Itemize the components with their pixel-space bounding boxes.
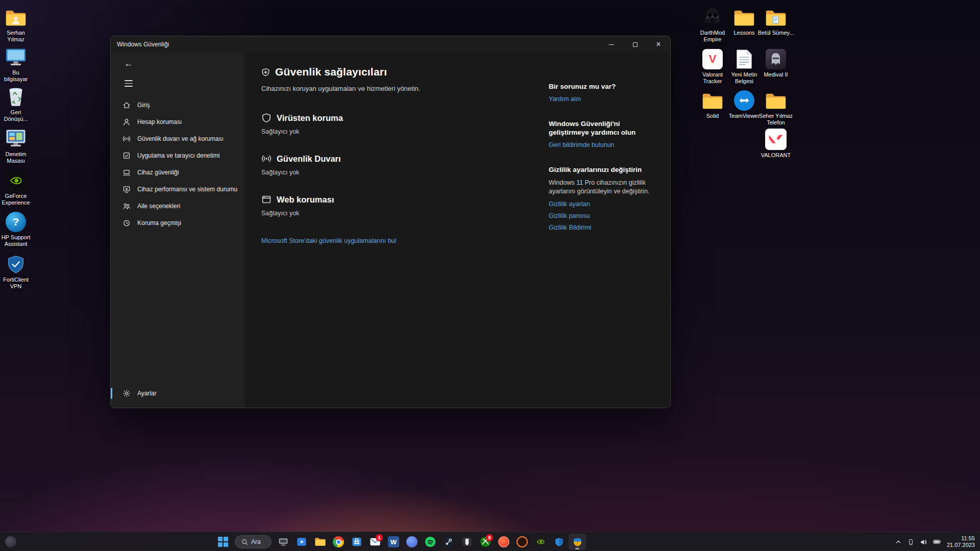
- taskbar-app-spotify[interactable]: [422, 534, 439, 550]
- tray-phone-button[interactable]: [908, 539, 914, 545]
- desktop-icon-recycle-bin[interactable]: Geri Dönüşü...: [0, 86, 32, 122]
- device-icon: [122, 168, 131, 177]
- taskbar-app-shield[interactable]: [550, 534, 568, 550]
- back-button[interactable]: ←: [122, 58, 135, 70]
- desktop-icon-geforce-experience[interactable]: GeForce Experience: [0, 169, 32, 206]
- person-icon: [122, 118, 131, 126]
- sidebar-item-performance[interactable]: Cihaz performansı ve sistem durumu: [111, 181, 244, 198]
- nvidia-icon: [535, 536, 546, 547]
- vpn-shield-icon: [7, 253, 25, 274]
- desktop-icon-label: Bu bilgisayar: [0, 69, 32, 83]
- back-arrow-icon: ←: [125, 59, 133, 69]
- tray-volume-button[interactable]: [920, 538, 927, 546]
- app-browser-icon: [122, 152, 131, 160]
- sidebar-item-firewall[interactable]: Güvenlik duvarı ve ağ koruması: [111, 131, 244, 147]
- question-title: Bir sorunuz mu var?: [549, 82, 659, 91]
- taskbar-app-windows-security[interactable]: [569, 534, 586, 550]
- desktop-icon-forticlient[interactable]: FortiClient VPN: [0, 253, 32, 290]
- desktop-icon-user-folder[interactable]: Serhan Yılmaz: [0, 6, 32, 43]
- taskbar-corner-icon[interactable]: [5, 536, 16, 547]
- sidebar-item-account-protection[interactable]: Hesap koruması: [111, 114, 244, 131]
- get-help-link[interactable]: Yardım alın: [549, 95, 581, 103]
- gear-icon: [122, 389, 131, 397]
- orange-app-icon: [498, 536, 509, 547]
- taskbar-app-orange-circle[interactable]: [495, 534, 512, 550]
- taskbar-clock[interactable]: 11:55 21.07.2023: [947, 535, 975, 548]
- file-explorer-icon: [314, 537, 326, 547]
- system-tray: 11:55 21.07.2023: [895, 532, 975, 551]
- red-v-glyph: V: [709, 53, 717, 66]
- section-firewall: Güvenlik Duvarı Sağlayıcı yok: [261, 154, 544, 176]
- desktop-icon-valorant[interactable]: VALORANT: [756, 129, 795, 159]
- tray-battery-button[interactable]: [933, 538, 941, 546]
- taskbar-app-explorer[interactable]: [311, 534, 329, 550]
- sidebar-item-device-security[interactable]: Cihaz güvenliği: [111, 164, 244, 181]
- tray-overflow-button[interactable]: [895, 538, 902, 545]
- page-subtitle: Cihazınızı koruyan uygulamaları ve hizme…: [261, 85, 544, 92]
- search-label: Ara: [251, 538, 261, 545]
- desktop-icon-seher-folder[interactable]: Seher Yılmaz Telefon: [756, 89, 795, 126]
- taskbar-app-steam[interactable]: [440, 534, 457, 550]
- desktop-icon-label: Denetim Masası: [0, 151, 32, 164]
- store-link[interactable]: Microsoft Store'daki güvenlik uygulamala…: [261, 237, 396, 244]
- taskbar-app-mail[interactable]: 1: [366, 534, 384, 550]
- minimize-icon: [609, 44, 614, 45]
- desktop-icon-label: HP Support Assistant: [0, 234, 32, 247]
- taskbar-app-blue-circle[interactable]: [403, 534, 421, 550]
- sidebar-item-settings[interactable]: Ayarlar: [111, 384, 244, 403]
- firewall-icon: [261, 154, 272, 164]
- firewall-icon: [122, 135, 131, 143]
- epic-games-icon: [461, 536, 473, 547]
- maximize-button[interactable]: [623, 36, 647, 53]
- security-providers-icon: [261, 68, 270, 77]
- privacy-settings-link[interactable]: Gizlilik ayarları: [549, 201, 590, 208]
- taskbar-search[interactable]: Ara: [235, 535, 272, 548]
- section-web-protection: Web koruması Sağlayıcı yok: [261, 194, 544, 217]
- clock-date: 21.07.2023: [947, 542, 975, 548]
- desktop-icon-this-pc[interactable]: Bu bilgisayar: [0, 46, 32, 83]
- spotify-icon: [425, 536, 436, 547]
- close-button[interactable]: ×: [647, 36, 670, 53]
- privacy-statement-link[interactable]: Gizlilik Bildirimi: [549, 224, 591, 231]
- computer-icon: [5, 46, 27, 67]
- taskbar-app-monitor[interactable]: [275, 534, 292, 550]
- monitor-app-icon: [278, 536, 289, 547]
- desktop-icon-control-panel[interactable]: Denetim Masası: [0, 128, 32, 164]
- desktop-icon-label: Lessons: [734, 30, 755, 36]
- main-panel: Güvenlik sağlayıcıları Cihazınızı koruya…: [244, 53, 670, 408]
- sidebar-item-home[interactable]: Giriş: [111, 97, 244, 114]
- start-button[interactable]: [214, 534, 232, 550]
- taskbar-app-amber-circle[interactable]: [513, 534, 531, 550]
- hp-support-icon: ?: [6, 211, 26, 232]
- knight-helmet-icon: [766, 48, 786, 69]
- desktop-icon-medieval2[interactable]: Medival II: [756, 48, 795, 78]
- recycle-bin-icon: [7, 86, 25, 107]
- taskbar-app-chrome[interactable]: [330, 534, 347, 550]
- desktop-icon-label: GeForce Experience: [0, 193, 32, 206]
- taskbar-app-media[interactable]: [293, 534, 310, 550]
- desktop-icon-betul-folder[interactable]: Betül Sümey...: [756, 6, 795, 36]
- teamviewer-icon: [734, 89, 754, 111]
- sidebar-item-app-browser[interactable]: Uygulama ve tarayıcı denetimi: [111, 147, 244, 164]
- taskbar-app-store[interactable]: [348, 534, 365, 550]
- minimize-button[interactable]: [600, 36, 623, 53]
- blue-app-icon: [406, 536, 418, 547]
- desktop-icon-label: Medival II: [764, 71, 788, 78]
- menu-button[interactable]: [125, 80, 133, 87]
- desktop-icon-label: Geri Dönüşü...: [0, 109, 32, 122]
- window-title: Windows Güvenliği: [111, 41, 169, 48]
- feedback-link[interactable]: Geri bildirimde bulunun: [549, 141, 615, 148]
- privacy-dashboard-link[interactable]: Gizlilik panosu: [549, 212, 590, 219]
- sidebar-item-protection-history[interactable]: Koruma geçmişi: [111, 215, 244, 232]
- amber-app-icon: [517, 536, 528, 547]
- desktop-icon-hp-support[interactable]: ? HP Support Assistant: [0, 211, 32, 247]
- home-icon: [122, 101, 131, 109]
- sidebar-item-family[interactable]: Aile seçenekleri: [111, 198, 244, 215]
- folder-icon: [701, 89, 724, 111]
- taskbar-app-epic[interactable]: [458, 534, 476, 550]
- taskbar-app-xbox[interactable]: 8: [477, 534, 494, 550]
- taskbar-app-word[interactable]: W: [385, 534, 402, 550]
- privacy-title: Gizlilik ayarlarınızı değiştirin: [549, 165, 659, 174]
- taskbar-app-nvidia[interactable]: [532, 534, 549, 550]
- titlebar[interactable]: Windows Güvenliği ×: [111, 36, 670, 53]
